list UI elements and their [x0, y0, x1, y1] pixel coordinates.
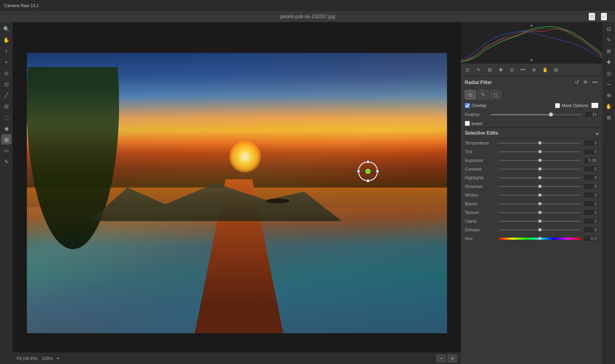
- blacks-slider[interactable]: [499, 203, 581, 205]
- shadows-slider[interactable]: [499, 186, 581, 187]
- right-panel: ▲ ▼ ⊡ ✎ ⊞: [461, 22, 615, 364]
- shadows-value[interactable]: [583, 183, 598, 190]
- blacks-value[interactable]: [583, 201, 598, 207]
- rt-more-btn[interactable]: •••: [604, 79, 614, 89]
- texture-slider[interactable]: [499, 212, 581, 213]
- radial-subtools: ◎ ✎ ◻: [461, 88, 602, 101]
- zoom-dropdown[interactable]: ▾: [57, 356, 59, 360]
- texture-label: Texture: [465, 210, 496, 215]
- pipeline-panel-btn[interactable]: ⊡: [462, 65, 473, 75]
- radial-filter-header: Radial Filter ↺ 👁 •••: [461, 76, 602, 88]
- healing-panel-btn[interactable]: ✚: [496, 65, 506, 75]
- graduated-filter-btn[interactable]: ▭: [1, 145, 11, 156]
- transform-btn[interactable]: ⊟: [1, 101, 11, 111]
- rt-edit-btn[interactable]: ✎: [604, 35, 614, 45]
- split-view-btn[interactable]: ⧉: [447, 355, 457, 362]
- tint-value[interactable]: [583, 148, 598, 155]
- blacks-label: Blacks: [465, 201, 496, 206]
- titlebar: Camera Raw 13.1: [0, 0, 615, 11]
- spot-removal-btn[interactable]: ◌: [1, 112, 11, 122]
- zoom-value: 100%: [42, 356, 53, 361]
- overlay-checkbox[interactable]: [465, 103, 470, 108]
- hue-slider[interactable]: [499, 238, 581, 240]
- temperature-value[interactable]: [583, 140, 598, 146]
- radial-brush-mode-btn[interactable]: ✎: [477, 90, 489, 99]
- shadows-row: Shadows: [461, 182, 602, 191]
- temperature-slider[interactable]: [499, 143, 581, 144]
- straighten-btn[interactable]: ╱: [1, 90, 11, 100]
- hand-tool-btn[interactable]: ✋: [1, 35, 11, 45]
- hand-panel-btn[interactable]: ✋: [540, 65, 550, 75]
- invert-checkbox-label[interactable]: Invert: [465, 121, 598, 126]
- whites-slider[interactable]: [499, 195, 581, 196]
- rt-zoom-btn[interactable]: ⊕: [604, 90, 614, 100]
- clarity-label: Clarity: [465, 219, 496, 223]
- radial-erase-mode-btn[interactable]: ◻: [490, 90, 501, 99]
- rt-masking-btn[interactable]: ◎: [604, 68, 614, 78]
- radial-handle-top[interactable]: [366, 160, 370, 163]
- rt-hand-btn[interactable]: ✋: [604, 101, 614, 111]
- clarity-value[interactable]: [583, 218, 598, 224]
- mask-options-checkbox[interactable]: [555, 103, 560, 108]
- whites-value[interactable]: [583, 192, 598, 198]
- mask-options-checkbox-label[interactable]: Mask Options: [555, 103, 588, 108]
- color-sampler-btn[interactable]: +: [1, 57, 11, 67]
- more-panel-btn[interactable]: •••: [518, 65, 528, 75]
- targeted-adjustment-btn[interactable]: ⊙: [1, 68, 11, 78]
- radial-circle-mode-btn[interactable]: ◎: [465, 90, 476, 99]
- rt-healing-btn[interactable]: ✚: [604, 57, 614, 67]
- histogram-svg: [461, 22, 602, 63]
- photo-display: [27, 53, 447, 333]
- histogram-container: ▲ ▼: [461, 22, 602, 64]
- main-layout: 🔍 ✋ I + ⊙ ⊡ ╱ ⊟ ◌ ◉ ◎ ▭ ✎: [0, 22, 615, 364]
- radial-reset-btn[interactable]: ↺: [574, 79, 580, 86]
- settings-button[interactable]: ⚙: [589, 13, 595, 21]
- radial-filter-marker[interactable]: [358, 161, 378, 181]
- feather-slider[interactable]: [491, 114, 582, 115]
- crop-panel-btn[interactable]: ⊞: [485, 65, 495, 75]
- rt-grid-btn[interactable]: ⊞: [604, 112, 614, 122]
- radial-handle-right[interactable]: [376, 170, 379, 173]
- radial-eye-btn[interactable]: 👁: [582, 79, 589, 86]
- hue-label: Hue: [465, 236, 496, 241]
- svg-rect-0: [461, 22, 602, 63]
- radial-more-btn[interactable]: •••: [591, 79, 598, 86]
- highlights-slider[interactable]: [499, 177, 581, 178]
- clarity-slider[interactable]: [499, 221, 581, 222]
- adjustment-brush-btn[interactable]: ✎: [1, 156, 11, 167]
- histogram-collapse-top[interactable]: ▲: [530, 23, 534, 27]
- hue-value[interactable]: [583, 235, 598, 242]
- radial-handle-left[interactable]: [357, 170, 360, 173]
- selective-collapse-btn[interactable]: ▴: [596, 130, 598, 136]
- rt-pipeline-btn[interactable]: ⊡: [604, 24, 614, 34]
- histogram-collapse-bottom[interactable]: ▼: [530, 58, 534, 62]
- single-view-btn[interactable]: ▪: [436, 355, 446, 362]
- radial-handle-bottom[interactable]: [366, 179, 370, 182]
- selective-edits-title: Selective Edits: [465, 130, 498, 136]
- highlights-value[interactable]: [583, 174, 598, 181]
- exposure-value[interactable]: [583, 157, 598, 163]
- right-toolbar: ⊡ ✎ ⊞ ✚ ◎ ••• ⊕ ✋ ⊞: [602, 22, 615, 364]
- white-balance-btn[interactable]: I: [1, 46, 11, 56]
- crop-btn[interactable]: ⊡: [1, 79, 11, 89]
- exposure-slider[interactable]: [499, 160, 581, 161]
- expand-button[interactable]: ⤢: [601, 13, 607, 21]
- zoom-tool-btn[interactable]: 🔍: [1, 24, 11, 34]
- overlay-checkbox-label[interactable]: Overlay: [465, 103, 487, 108]
- mask-color-swatch[interactable]: [591, 103, 598, 108]
- contrast-slider[interactable]: [499, 169, 581, 170]
- contrast-value[interactable]: [583, 166, 598, 172]
- invert-checkbox[interactable]: [465, 121, 470, 126]
- feather-value[interactable]: [585, 111, 598, 118]
- rt-crop-btn[interactable]: ⊞: [604, 46, 614, 56]
- masking-panel-btn[interactable]: ◎: [507, 65, 517, 75]
- texture-value[interactable]: [583, 209, 598, 216]
- grid-panel-btn[interactable]: ⊞: [551, 65, 561, 75]
- red-eye-btn[interactable]: ◉: [1, 123, 11, 133]
- dehaze-value[interactable]: [583, 227, 598, 233]
- zoom-panel-btn[interactable]: ⊕: [529, 65, 539, 75]
- radial-filter-btn[interactable]: ◎: [1, 134, 11, 144]
- edit-panel-btn[interactable]: ✎: [474, 65, 484, 75]
- dehaze-slider[interactable]: [499, 229, 581, 231]
- tint-slider[interactable]: [499, 151, 581, 152]
